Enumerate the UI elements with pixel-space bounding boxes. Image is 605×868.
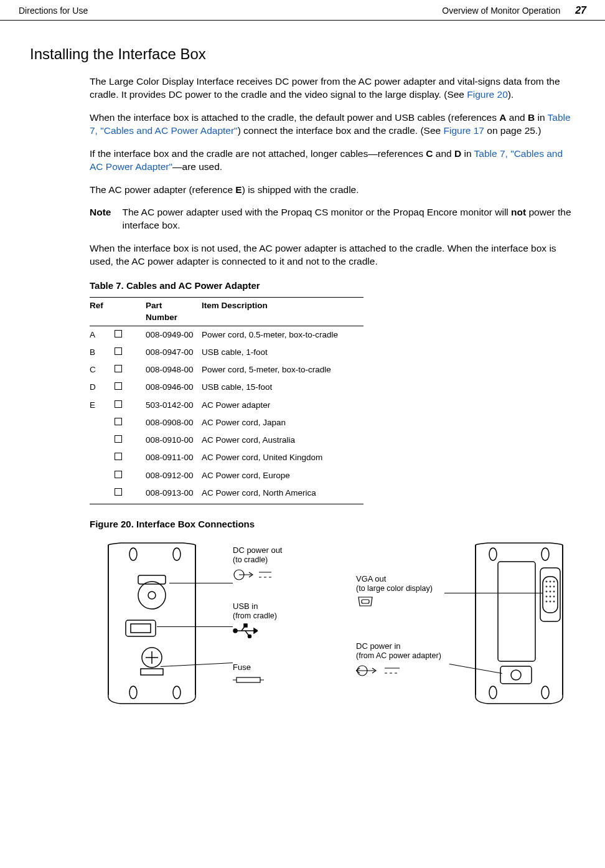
svg-point-5: [148, 592, 156, 599]
cell-checkbox: [115, 484, 146, 504]
cell-desc: Power cord, 0.5-meter, box-to-cradle: [202, 326, 363, 344]
svg-point-33: [550, 596, 551, 597]
note-label: Note: [90, 206, 111, 232]
svg-rect-15: [237, 677, 260, 682]
svg-point-24: [550, 581, 551, 582]
svg-point-35: [546, 601, 547, 602]
cell-ref: C: [90, 361, 115, 379]
header-right: Overview of Monitor Operation 27: [442, 5, 586, 16]
svg-point-18: [542, 548, 549, 560]
svg-point-39: [511, 670, 521, 680]
header-section: Overview of Monitor Operation: [442, 6, 560, 16]
cell-desc: AC Power cord, North America: [202, 484, 363, 504]
svg-point-4: [138, 582, 166, 609]
cell-checkbox: [115, 361, 146, 379]
cell-desc: Power cord, 5-meter, box-to-cradle: [202, 361, 363, 379]
svg-point-29: [546, 591, 547, 592]
cell-ref: [90, 414, 115, 432]
svg-point-34: [553, 596, 555, 597]
table-row: C008-0948-00Power cord, 5-meter, box-to-…: [90, 361, 363, 379]
cell-ref: [90, 449, 115, 466]
fuse-icon: [233, 675, 264, 685]
svg-point-2: [173, 548, 181, 560]
paragraph-5: When the interface box is not used, the …: [90, 242, 575, 268]
table-row: A008-0949-00Power cord, 0.5-meter, box-t…: [90, 326, 363, 344]
paragraph-2: When the interface box is attached to th…: [90, 111, 575, 138]
cell-part: 008-0911-00: [146, 449, 202, 466]
svg-point-1: [129, 686, 137, 699]
table-row: E503-0142-00AC Power adapter: [90, 397, 363, 414]
th-ref: Ref: [90, 298, 115, 326]
cell-desc: AC Power adapter: [202, 397, 363, 414]
section-title: Installing the Interface Box: [30, 45, 575, 63]
svg-point-3: [173, 686, 181, 699]
th-part: Part Number: [146, 298, 202, 326]
th-desc: Item Description: [202, 298, 363, 326]
checkbox-icon: [115, 488, 122, 496]
svg-point-19: [542, 686, 549, 699]
link-figure-17[interactable]: Figure 17: [444, 125, 484, 136]
cell-ref: E: [90, 397, 115, 414]
table-row: 008-0910-00AC Power cord, Australia: [90, 432, 363, 449]
svg-rect-6: [138, 575, 166, 584]
table-row: D008-0946-00USB cable, 15-foot: [90, 379, 363, 396]
table-caption: Table 7. Cables and AC Power Adapter: [90, 280, 575, 292]
link-figure-20[interactable]: Figure 20: [467, 89, 507, 100]
cell-desc: USB cable, 15-foot: [202, 379, 363, 396]
table-row: 008-0913-00AC Power cord, North America: [90, 484, 363, 504]
header-left: Directions for Use: [19, 6, 88, 16]
cell-part: 008-0912-00: [146, 467, 202, 484]
callout-vga-out: VGA out (to large color display): [356, 574, 433, 607]
cell-part: 008-0948-00: [146, 361, 202, 379]
note-text: The AC power adapter used with the Propa…: [122, 206, 575, 232]
cell-part: 008-0910-00: [146, 432, 202, 449]
figure-caption: Figure 20. Interface Box Connections: [90, 518, 575, 531]
checkbox-icon: [115, 400, 122, 408]
svg-rect-21: [540, 568, 560, 621]
cell-part: 008-0949-00: [146, 326, 202, 344]
svg-point-14: [248, 634, 251, 638]
th-checkbox: [115, 298, 146, 326]
svg-point-0: [129, 548, 137, 560]
cell-part: 008-0946-00: [146, 379, 202, 396]
cell-desc: AC Power cord, United Kingdom: [202, 449, 363, 466]
page-number: 27: [575, 5, 586, 16]
cell-part: 008-0908-00: [146, 414, 202, 432]
svg-rect-7: [126, 620, 156, 636]
cell-part: 008-0947-00: [146, 344, 202, 361]
svg-point-27: [550, 586, 551, 587]
cell-checkbox: [115, 326, 146, 344]
svg-point-31: [553, 591, 555, 592]
table-row: 008-0912-00AC Power cord, Europe: [90, 467, 363, 484]
svg-point-28: [553, 586, 555, 587]
svg-rect-40: [362, 600, 369, 603]
cell-part: 008-0913-00: [146, 484, 202, 504]
svg-point-23: [546, 581, 547, 582]
cell-ref: A: [90, 326, 115, 344]
checkbox-icon: [115, 347, 122, 355]
svg-rect-10: [141, 669, 163, 675]
cell-checkbox: [115, 397, 146, 414]
cell-checkbox: [115, 432, 146, 449]
parts-table: Ref Part Number Item Description A008-09…: [90, 297, 363, 504]
page-header: Directions for Use Overview of Monitor O…: [0, 0, 605, 21]
cell-ref: B: [90, 344, 115, 361]
device-right-illustration: [463, 539, 575, 707]
svg-point-17: [489, 686, 497, 699]
checkbox-icon: [115, 453, 122, 460]
svg-point-32: [546, 596, 547, 597]
table-row: 008-0908-00AC Power cord, Japan: [90, 414, 363, 432]
dc-in-icon: [356, 663, 412, 678]
svg-point-16: [489, 548, 497, 560]
note-block: Note The AC power adapter used with the …: [90, 206, 575, 232]
svg-point-26: [546, 586, 547, 587]
callout-fuse: Fuse: [233, 663, 264, 685]
cell-checkbox: [115, 449, 146, 466]
figure-area: DC power out (to cradle) USB in (from cr…: [90, 539, 575, 726]
cell-ref: [90, 467, 115, 484]
checkbox-icon: [115, 330, 122, 337]
usb-icon: [233, 623, 258, 638]
callout-dc-power-out: DC power out (to cradle): [233, 545, 283, 582]
cell-checkbox: [115, 467, 146, 484]
table-row: B008-0947-00USB cable, 1-foot: [90, 344, 363, 361]
